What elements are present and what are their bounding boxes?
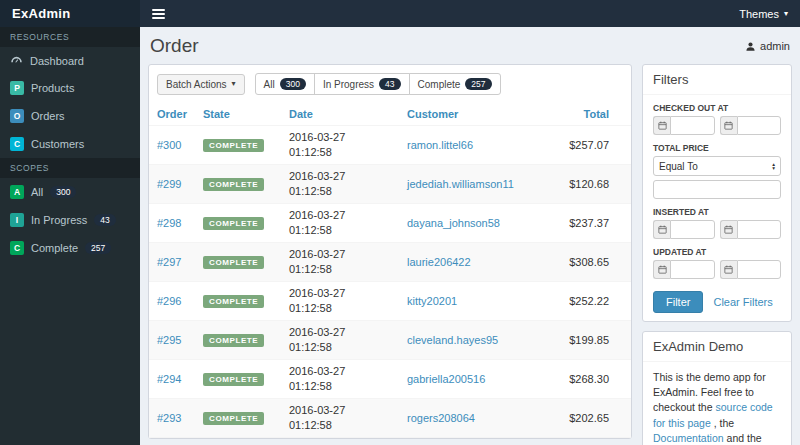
- hamburger-icon: [152, 13, 165, 15]
- inserted-at-to-input[interactable]: [737, 220, 782, 239]
- clear-filters-link[interactable]: Clear Filters: [713, 296, 772, 308]
- order-total: $237.37: [553, 204, 631, 243]
- order-id-link[interactable]: #300: [157, 139, 181, 151]
- scope-item-in-progress[interactable]: I In Progress 43: [0, 206, 140, 234]
- sidebar-item-products[interactable]: P Products: [0, 74, 140, 102]
- table-row: #298COMPLETE2016-03-27 01:12:58dayana_jo…: [149, 204, 631, 243]
- order-state-badge: COMPLETE: [203, 178, 264, 191]
- scope-in-progress-abbr-icon: I: [10, 213, 24, 227]
- themes-dropdown[interactable]: Themes ▾: [727, 0, 800, 27]
- demo-panel: ExAdmin Demo This is the demo app for Ex…: [642, 331, 792, 445]
- column-header-order[interactable]: Order: [149, 103, 195, 126]
- topbar-spacer: [176, 0, 727, 27]
- customer-link[interactable]: laurie206422: [407, 256, 471, 268]
- right-column: Filters CHECKED OUT AT: [642, 64, 792, 439]
- customer-cell: stefan_lowe94: [399, 438, 553, 445]
- table-row: #300COMPLETE2016-03-27 01:12:58ramon.lit…: [149, 126, 631, 165]
- menu-toggle-button[interactable]: [140, 0, 176, 27]
- checked-out-at-to-input[interactable]: [737, 116, 782, 135]
- inserted-at-from-group: [653, 220, 715, 239]
- checked-out-at-from-group: [653, 116, 715, 135]
- order-id-link[interactable]: #293: [157, 412, 181, 424]
- tab-in-progress[interactable]: In Progress 43: [314, 73, 410, 95]
- updated-at-to-group: [720, 260, 782, 279]
- inserted-at-from-input[interactable]: [670, 220, 715, 239]
- scope-item-label: In Progress: [31, 214, 87, 226]
- scope-item-all[interactable]: A All 300: [0, 178, 140, 206]
- calendar-icon: [720, 260, 737, 279]
- order-id-link[interactable]: #297: [157, 256, 181, 268]
- order-total: $272.94: [553, 438, 631, 445]
- user-icon: [745, 41, 756, 52]
- order-id-link[interactable]: #294: [157, 373, 181, 385]
- themes-label: Themes: [739, 8, 779, 20]
- order-total: $268.30: [553, 360, 631, 399]
- customer-link[interactable]: kitty20201: [407, 295, 457, 307]
- filter-label-checked-out-at: CHECKED OUT AT: [653, 103, 781, 113]
- column-header-total[interactable]: Total: [553, 103, 631, 126]
- scope-in-progress-count-badge: 43: [94, 214, 115, 226]
- order-state-badge: COMPLETE: [203, 295, 264, 308]
- checked-out-at-from-input[interactable]: [670, 116, 715, 135]
- demo-text-part: and the: [724, 432, 762, 444]
- user-menu[interactable]: admin: [745, 40, 790, 52]
- scope-item-complete[interactable]: C Complete 257: [0, 234, 140, 262]
- tab-label: In Progress: [323, 79, 374, 90]
- customer-link[interactable]: ramon.littel66: [407, 139, 473, 151]
- sidebar: RESOURCES Dashboard P Products O Orders …: [0, 27, 140, 445]
- updated-at-from-input[interactable]: [670, 260, 715, 279]
- filter-label-updated-at: UPDATED AT: [653, 247, 781, 257]
- order-cell: #298: [149, 204, 195, 243]
- calendar-icon: [653, 260, 670, 279]
- column-header-date[interactable]: Date: [281, 103, 399, 126]
- order-id-link[interactable]: #299: [157, 178, 181, 190]
- order-id-link[interactable]: #298: [157, 217, 181, 229]
- sidebar-item-dashboard[interactable]: Dashboard: [0, 47, 140, 74]
- table-row: #296COMPLETE2016-03-27 01:12:58kitty2020…: [149, 282, 631, 321]
- column-header-state[interactable]: State: [195, 103, 281, 126]
- demo-link[interactable]: Documentation: [653, 432, 724, 444]
- calendar-icon: [720, 116, 737, 135]
- order-date: 2016-03-27 01:12:58: [281, 165, 399, 204]
- order-state-badge: COMPLETE: [203, 412, 264, 425]
- demo-text: This is the demo app for ExAdmin. Feel f…: [653, 370, 781, 445]
- updated-at-to-input[interactable]: [737, 260, 782, 279]
- order-date: 2016-03-27 01:12:58: [281, 282, 399, 321]
- column-header-customer[interactable]: Customer: [399, 103, 553, 126]
- order-total: $252.22: [553, 282, 631, 321]
- tab-all[interactable]: All 300: [255, 73, 315, 95]
- orders-table: Order State Date Customer Total #300COMP…: [149, 103, 631, 445]
- sidebar-item-orders[interactable]: O Orders: [0, 102, 140, 130]
- scope-all-count-badge: 300: [50, 186, 76, 198]
- updated-at-range: [653, 260, 781, 279]
- sidebar-item-label: Orders: [31, 110, 65, 122]
- order-id-link[interactable]: #295: [157, 334, 181, 346]
- scope-item-label: Complete: [31, 242, 78, 254]
- scope-complete-abbr-icon: C: [10, 241, 24, 255]
- customer-link[interactable]: rogers208064: [407, 412, 475, 424]
- customer-link[interactable]: cleveland.hayes95: [407, 334, 498, 346]
- tab-complete[interactable]: Complete 257: [409, 73, 501, 95]
- customer-link[interactable]: dayana_johnson58: [407, 217, 500, 229]
- customer-link[interactable]: gabriella200516: [407, 373, 485, 385]
- total-price-operator-select[interactable]: Equal To ▴▾: [653, 156, 781, 176]
- batch-actions-label: Batch Actions: [166, 79, 227, 90]
- sidebar-section-scopes: SCOPES: [0, 158, 140, 178]
- filter-button[interactable]: Filter: [653, 291, 703, 313]
- table-row: #294COMPLETE2016-03-27 01:12:58gabriella…: [149, 360, 631, 399]
- order-date: 2016-03-27 01:12:58: [281, 321, 399, 360]
- tab-label: Complete: [418, 79, 461, 90]
- brand-logo[interactable]: ExAdmin: [0, 0, 140, 27]
- inserted-at-to-group: [720, 220, 782, 239]
- state-cell: COMPLETE: [195, 438, 281, 445]
- table-row: #297COMPLETE2016-03-27 01:12:58laurie206…: [149, 243, 631, 282]
- customer-link[interactable]: jedediah.williamson11: [407, 178, 514, 190]
- filter-actions: Filter Clear Filters: [653, 291, 781, 313]
- total-price-input[interactable]: [653, 180, 781, 199]
- order-id-link[interactable]: #296: [157, 295, 181, 307]
- batch-actions-button[interactable]: Batch Actions ▾: [157, 74, 245, 95]
- sidebar-item-customers[interactable]: C Customers: [0, 130, 140, 158]
- updated-at-from-group: [653, 260, 715, 279]
- sidebar-item-label: Customers: [31, 138, 84, 150]
- order-total: $199.85: [553, 321, 631, 360]
